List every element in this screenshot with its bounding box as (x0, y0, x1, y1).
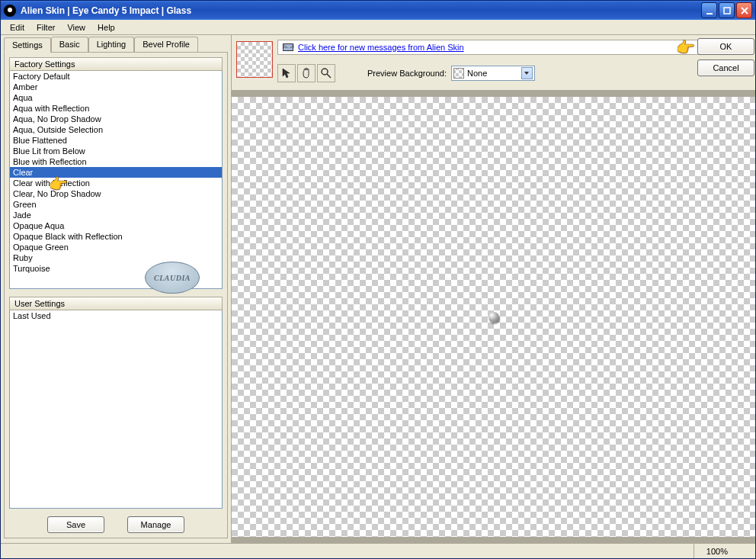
chevron-down-icon (521, 67, 533, 79)
user-settings-header: User Settings (9, 297, 223, 310)
manage-button[interactable]: Manage (127, 516, 184, 533)
cancel-button[interactable]: Cancel (697, 59, 754, 76)
list-item[interactable]: Clear, No Drop Shadow (10, 188, 222, 199)
svg-point-2 (322, 69, 328, 75)
list-item[interactable]: Last Used (10, 310, 222, 321)
list-item[interactable]: Jade (10, 210, 222, 220)
tool-row: Preview Background: None (277, 63, 751, 84)
menu-filter[interactable]: Filter (30, 21, 61, 34)
list-item[interactable]: Clear with Reflection (10, 178, 222, 188)
list-item[interactable]: Clear (10, 167, 222, 178)
list-item[interactable]: Amber (10, 82, 222, 92)
tab-basic[interactable]: Basic (51, 37, 88, 52)
tab-settings[interactable]: Settings (4, 37, 51, 53)
preview-toolbar: Click here for new messages from Alien S… (232, 35, 755, 90)
preview-bg-combo[interactable]: None (451, 66, 535, 81)
svg-rect-1 (724, 8, 730, 14)
status-bar: 100% (1, 543, 755, 558)
settings-body: Factory Settings Factory DefaultAmberAqu… (4, 53, 228, 538)
glass-preview-object (489, 312, 499, 323)
list-item[interactable]: Aqua, No Drop Shadow (10, 114, 222, 124)
menu-view[interactable]: View (61, 21, 91, 34)
window-buttons (701, 2, 752, 18)
settings-panel: Settings Basic Lighting Bevel Profile Fa… (1, 35, 232, 543)
tab-lighting[interactable]: Lighting (88, 37, 135, 52)
ok-cancel-area: OK Cancel (697, 38, 751, 76)
hand-tool[interactable] (297, 64, 316, 82)
app-icon (4, 5, 16, 17)
close-button[interactable] (736, 2, 752, 18)
preview-bg-control: Preview Background: None (367, 66, 535, 81)
window-title: Alien Skin | Eye Candy 5 Impact | Glass (21, 5, 701, 16)
svg-line-3 (327, 74, 331, 78)
list-item[interactable]: Opaque Aqua (10, 220, 222, 231)
zoom-level: 100% (694, 544, 740, 558)
list-item[interactable]: Opaque Green (10, 242, 222, 252)
preview-bg-value: None (467, 69, 487, 78)
list-item[interactable]: Ruby (10, 252, 222, 263)
list-item[interactable]: Aqua (10, 92, 222, 103)
main-area: Settings Basic Lighting Bevel Profile Fa… (1, 35, 755, 543)
list-item[interactable]: Aqua, Outside Selection (10, 124, 222, 135)
minimize-button[interactable] (701, 2, 717, 18)
preview-panel: Click here for new messages from Alien S… (232, 35, 755, 543)
list-item[interactable]: Aqua with Reflection (10, 103, 222, 114)
list-item[interactable]: Opaque Black with Reflection (10, 231, 222, 242)
messages-link[interactable]: Click here for new messages from Alien S… (298, 43, 464, 52)
save-button[interactable]: Save (47, 516, 104, 533)
thumbnail[interactable] (236, 41, 273, 78)
preview-bg-swatch (453, 68, 464, 79)
tab-bar: Settings Basic Lighting Bevel Profile (4, 37, 228, 53)
menu-edit[interactable]: Edit (4, 21, 30, 34)
menu-bar: Edit Filter View Help (1, 20, 755, 35)
preview-bg-label: Preview Background: (367, 69, 447, 78)
user-settings-list[interactable]: Last Used (9, 310, 223, 509)
move-tool[interactable] (277, 64, 296, 82)
menu-help[interactable]: Help (91, 21, 121, 34)
ok-button[interactable]: OK (697, 38, 754, 55)
tab-bevel-profile[interactable]: Bevel Profile (134, 37, 198, 52)
user-settings-section: User Settings Last Used (9, 297, 223, 509)
svg-rect-0 (706, 13, 713, 14)
message-bar: Click here for new messages from Alien S… (277, 40, 751, 55)
zoom-tool[interactable] (317, 64, 335, 82)
factory-settings-list[interactable]: Factory DefaultAmberAquaAqua with Reflec… (9, 71, 223, 289)
list-item[interactable]: Blue with Reflection (10, 156, 222, 167)
mail-icon (283, 43, 293, 51)
list-item[interactable]: Blue Lit from Below (10, 146, 222, 156)
list-item[interactable]: Blue Flattened (10, 135, 222, 146)
factory-settings-header: Factory Settings (9, 57, 223, 71)
list-item[interactable]: Factory Default (10, 71, 222, 82)
save-manage-row: Save Manage (9, 509, 223, 533)
list-item[interactable]: Turquoise (10, 263, 222, 274)
list-item[interactable]: Green (10, 199, 222, 210)
factory-settings-section: Factory Settings Factory DefaultAmberAqu… (9, 57, 223, 289)
separator (232, 90, 755, 97)
title-bar: Alien Skin | Eye Candy 5 Impact | Glass (1, 1, 755, 20)
preview-canvas[interactable] (232, 97, 755, 543)
maximize-button[interactable] (719, 2, 735, 18)
